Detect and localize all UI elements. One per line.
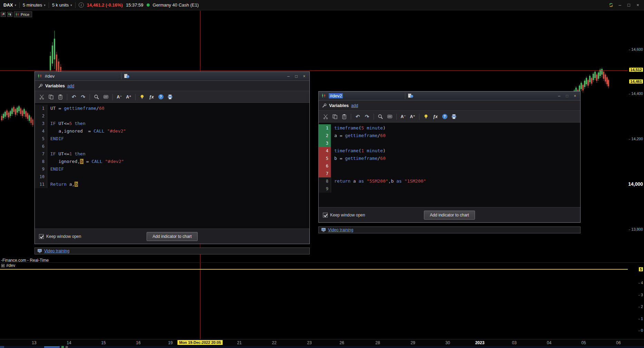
- window-close-button[interactable]: ×: [301, 74, 307, 79]
- window-maximize-button[interactable]: □: [294, 74, 299, 79]
- h-scrollbar-thumb[interactable]: [44, 346, 60, 348]
- time-axis-label: 23: [307, 340, 311, 345]
- window-minimize-button[interactable]: –: [556, 94, 562, 98]
- lightbulb-icon[interactable]: [138, 93, 146, 101]
- video-training-link[interactable]: Video training: [328, 228, 353, 232]
- code-line[interactable]: 1timeframe(5 minute): [319, 124, 580, 132]
- code-line[interactable]: 5ENDIF: [35, 135, 309, 143]
- cut-icon[interactable]: [321, 113, 330, 121]
- price-axis-label: 14,000: [628, 181, 643, 187]
- code-line[interactable]: 7: [319, 170, 580, 177]
- candlestick-icon: [321, 93, 326, 98]
- code-line[interactable]: 4timeframe(1 minute): [319, 147, 580, 155]
- code-line[interactable]: 9ENDIF: [35, 165, 309, 173]
- top-toolbar: DAX ▾ 5 minutes ▾ 5 k units ▾ i 14,461.2…: [0, 0, 644, 10]
- code-line[interactable]: 11Return a,b: [35, 181, 309, 188]
- timeframe-label: 5 minutes: [23, 2, 42, 8]
- code-line[interactable]: 3: [319, 139, 580, 147]
- code-editor[interactable]: 1UT = gettimeframe/6023IF UT<=5 then4 a,…: [35, 103, 309, 229]
- indicator-pane-label[interactable]: #dev: [1, 263, 15, 268]
- font-decrease-icon[interactable]: A⁻: [115, 93, 123, 101]
- fx-icon[interactable]: ƒx: [431, 113, 439, 121]
- print-icon[interactable]: [166, 93, 174, 101]
- undo-icon[interactable]: ↶: [70, 93, 78, 101]
- line-number: 6: [319, 162, 331, 170]
- code-line[interactable]: 2: [35, 112, 309, 120]
- mini-chart-red-icon[interactable]: [1, 12, 6, 17]
- help-icon[interactable]: ?: [157, 93, 165, 101]
- h-scrollbar[interactable]: [0, 346, 644, 348]
- pane-divider[interactable]: [0, 262, 644, 263]
- code-editor[interactable]: 1timeframe(5 minute)2a = gettimeframe/60…: [319, 123, 580, 207]
- code-line[interactable]: 6: [35, 143, 309, 150]
- code-line[interactable]: 10: [35, 173, 309, 181]
- cut-icon[interactable]: [38, 93, 46, 101]
- print-icon[interactable]: [450, 113, 458, 121]
- copy-icon[interactable]: [47, 93, 55, 101]
- lightbulb-icon[interactable]: [422, 113, 430, 121]
- comment-icon[interactable]: [386, 113, 394, 121]
- units-dropdown[interactable]: 5 k units ▾: [52, 2, 72, 8]
- add-indicator-button[interactable]: Add indicator to chart: [147, 232, 197, 241]
- add-variable-link[interactable]: add: [67, 84, 74, 88]
- font-decrease-icon[interactable]: A⁻: [399, 113, 407, 121]
- add-indicator-button[interactable]: Add indicator to chart: [424, 211, 475, 220]
- window-titlebar[interactable]: #dev ? – □ ×: [35, 72, 309, 81]
- toolbar-separator: [67, 94, 67, 100]
- zoom-icon[interactable]: [92, 93, 101, 101]
- add-variable-link[interactable]: add: [351, 103, 358, 108]
- zoom-icon[interactable]: [376, 113, 385, 121]
- paste-icon[interactable]: [340, 113, 348, 121]
- app-maximize-button[interactable]: □: [626, 2, 632, 8]
- window-titlebar[interactable]: #dev2 ? – □ ×: [319, 91, 580, 100]
- code-line[interactable]: 4 a,ignored = CALL "#dev2": [35, 127, 309, 135]
- window-minimize-button[interactable]: –: [286, 74, 291, 79]
- sync-icon[interactable]: [608, 2, 614, 8]
- window-close-button[interactable]: ×: [572, 94, 578, 98]
- time-axis-label: 28: [375, 340, 380, 345]
- app-minimize-button[interactable]: –: [617, 2, 623, 8]
- chart-legend: Price: [1, 11, 32, 17]
- time-axis[interactable]: Mon 19-Dec-2022 20:05 131415161921222326…: [0, 339, 644, 346]
- keep-window-open-checkbox[interactable]: [39, 234, 44, 239]
- redo-icon[interactable]: ↷: [79, 93, 87, 101]
- code-line[interactable]: 8return a as "5SM200",b as "1SM200": [319, 177, 580, 185]
- variables-row: Variables add: [35, 81, 309, 91]
- copy-icon[interactable]: [331, 113, 339, 121]
- symbol-dropdown[interactable]: DAX ▾: [3, 2, 16, 8]
- clock: 15:37:59: [126, 2, 143, 8]
- redo-icon[interactable]: ↷: [363, 113, 371, 121]
- time-axis-label: 22: [272, 340, 276, 345]
- mini-chart-green-icon[interactable]: [7, 12, 12, 17]
- undo-icon[interactable]: ↶: [354, 113, 362, 121]
- line-number: 9: [319, 185, 331, 193]
- indicator-editor-window-dev: #dev ? – □ × Variables a: [34, 71, 310, 244]
- code-line[interactable]: 6: [319, 162, 580, 170]
- code-line[interactable]: 3IF UT<=5 then: [35, 120, 309, 127]
- code-line[interactable]: 5b = gettimeframe/60: [319, 155, 580, 162]
- svg-text:?: ?: [127, 75, 129, 78]
- keep-window-open-checkbox[interactable]: [323, 213, 328, 218]
- video-icon: [37, 249, 42, 253]
- font-increase-icon[interactable]: A⁺: [125, 93, 133, 101]
- timeframe-dropdown[interactable]: 5 minutes ▾: [23, 2, 46, 8]
- comment-icon[interactable]: [102, 93, 110, 101]
- code-line[interactable]: 7IF UT<=1 then: [35, 150, 309, 158]
- help-doc-icon[interactable]: ?: [124, 74, 130, 79]
- fx-icon[interactable]: ƒx: [147, 93, 156, 101]
- code-line[interactable]: 8 ignored,b = CALL "#dev2": [35, 158, 309, 165]
- code-line[interactable]: 1UT = gettimeframe/60: [35, 105, 309, 112]
- help-icon[interactable]: ?: [440, 113, 449, 121]
- titlebar-separator: [121, 73, 121, 79]
- connection-status-icon: [147, 3, 150, 7]
- window-maximize-button[interactable]: □: [564, 94, 570, 98]
- video-training-link[interactable]: Video training: [44, 249, 69, 253]
- code-line[interactable]: 2a = gettimeframe/60: [319, 132, 580, 139]
- price-series-chip[interactable]: Price: [14, 11, 32, 17]
- code-line[interactable]: 9: [319, 185, 580, 193]
- app-close-button[interactable]: ×: [635, 2, 641, 8]
- font-increase-icon[interactable]: A⁺: [408, 113, 417, 121]
- info-icon[interactable]: i: [79, 2, 84, 8]
- paste-icon[interactable]: [56, 93, 65, 101]
- help-doc-icon[interactable]: ?: [408, 93, 414, 98]
